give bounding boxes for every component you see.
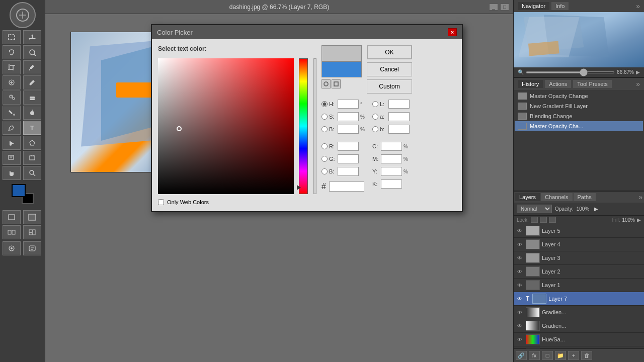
zoom-slider[interactable] xyxy=(526,71,615,73)
tool-eyedropper2[interactable] xyxy=(23,151,41,165)
tool-extras1[interactable] xyxy=(3,225,21,239)
tool-clone[interactable] xyxy=(3,90,21,105)
navigator-panel-expand[interactable]: » xyxy=(636,2,640,10)
cancel-button[interactable]: Cancel xyxy=(367,62,412,76)
layer-eye-4[interactable]: 👁 xyxy=(516,241,524,248)
layer-item-3[interactable]: 👁 Layer 3 xyxy=(514,251,644,265)
tool-heal[interactable] xyxy=(3,75,21,89)
s-radio[interactable] xyxy=(321,114,328,120)
preview-icon-square[interactable] xyxy=(332,79,341,88)
tool-eyedropper[interactable] xyxy=(23,60,41,74)
channels-tab[interactable]: Channels xyxy=(541,193,572,201)
layer-group-btn[interactable]: 📁 xyxy=(555,351,566,360)
layer-delete-btn[interactable]: 🗑 xyxy=(581,351,592,360)
history-tab[interactable]: History xyxy=(518,80,543,88)
dialog-close-button[interactable]: × xyxy=(448,28,457,36)
r-radio[interactable] xyxy=(321,143,328,149)
m-input[interactable]: 20 xyxy=(381,154,402,163)
layer-item-hue[interactable]: 👁 Hue/Sa... xyxy=(514,333,644,346)
paths-tab[interactable]: Paths xyxy=(574,193,596,201)
fg-color-swatch[interactable] xyxy=(12,184,26,197)
tool-dodge[interactable] xyxy=(23,106,41,120)
lock-pixels-btn[interactable] xyxy=(531,217,538,223)
fill-expand[interactable]: ▶ xyxy=(637,217,641,223)
layer-eye-1[interactable]: 👁 xyxy=(516,282,524,289)
b-radio[interactable] xyxy=(321,126,328,132)
a-input[interactable]: 0 xyxy=(388,112,410,121)
a-radio[interactable] xyxy=(372,114,378,120)
tool-action2[interactable] xyxy=(23,241,41,255)
history-item-3[interactable]: Master Opacity Cha... xyxy=(515,121,643,131)
s-input[interactable]: 0 xyxy=(338,112,359,121)
tool-brush[interactable] xyxy=(23,75,41,89)
tool-marquee[interactable] xyxy=(3,30,21,44)
layer-item-7[interactable]: 👁 T Layer 7 xyxy=(514,292,644,306)
layer-link-btn[interactable]: 🔗 xyxy=(516,351,527,360)
tool-hand[interactable] xyxy=(3,166,21,180)
r-input[interactable]: 192 xyxy=(338,142,359,151)
b-rgb-radio[interactable] xyxy=(321,168,328,174)
history-item-1[interactable]: New Gradient Fill Layer xyxy=(515,101,643,111)
layer-item-1[interactable]: 👁 Layer 1 xyxy=(514,279,644,292)
tool-move[interactable] xyxy=(23,30,41,44)
opacity-expand[interactable]: ▶ xyxy=(594,206,598,212)
l-input[interactable]: 78 xyxy=(388,100,410,109)
web-colors-checkbox[interactable] xyxy=(158,199,164,205)
tool-eraser[interactable] xyxy=(23,90,41,105)
layer-eye-7[interactable]: 👁 xyxy=(516,295,524,302)
custom-button[interactable]: Custom xyxy=(367,79,412,94)
layer-item-5[interactable]: 👁 Layer 5 xyxy=(514,224,644,238)
history-item-2[interactable]: Blending Change xyxy=(515,111,643,121)
tool-standard-screen[interactable] xyxy=(3,210,21,224)
b-lab-input[interactable]: 0 xyxy=(388,125,410,134)
layer-eye-2[interactable]: 👁 xyxy=(516,268,524,275)
tool-extras2[interactable] xyxy=(23,225,41,239)
zoom-expand[interactable]: ▶ xyxy=(636,69,640,75)
g-radio[interactable] xyxy=(321,156,328,162)
h-input[interactable]: 0 xyxy=(338,100,359,109)
b-input[interactable]: 75 xyxy=(338,125,359,134)
layer-eye-3[interactable]: 👁 xyxy=(516,254,524,261)
layer-eye-5[interactable]: 👁 xyxy=(516,227,524,234)
h-radio[interactable] xyxy=(321,101,328,107)
layer-item-2[interactable]: 👁 Layer 2 xyxy=(514,265,644,279)
tool-presets-tab[interactable]: Tool Presets xyxy=(573,80,612,88)
blend-mode-select[interactable]: Normal Multiply Screen xyxy=(517,205,552,213)
tool-path-select[interactable] xyxy=(3,136,21,150)
lock-position-btn[interactable] xyxy=(540,217,547,223)
tool-lasso[interactable] xyxy=(3,45,21,59)
ok-button[interactable]: OK xyxy=(367,45,412,59)
tool-fullscreen[interactable] xyxy=(23,210,41,224)
tool-action1[interactable] xyxy=(3,241,21,255)
y-input[interactable]: 20 xyxy=(381,167,402,176)
navigator-tab[interactable]: Navigator xyxy=(518,2,549,10)
layers-panel-expand[interactable]: » xyxy=(638,193,642,201)
history-panel-expand[interactable]: » xyxy=(636,80,640,88)
layer-new-btn[interactable]: + xyxy=(568,351,579,360)
restore-btn[interactable]: □ xyxy=(500,4,509,11)
layer-item-grad1[interactable]: 👁 Gradien... xyxy=(514,306,644,319)
tool-zoom[interactable] xyxy=(23,166,41,180)
hex-input[interactable]: C0C0C0 xyxy=(329,182,364,192)
layer-fx-btn[interactable]: fx xyxy=(529,351,540,360)
preview-icon-circle[interactable] xyxy=(321,79,331,88)
tool-annotations[interactable] xyxy=(3,151,21,165)
k-input[interactable]: 0 xyxy=(381,179,402,189)
tool-quick-select[interactable] xyxy=(23,45,41,59)
layer-eye-grad2[interactable]: 👁 xyxy=(516,322,524,329)
tool-type[interactable]: T xyxy=(23,121,41,135)
layer-mask-btn[interactable]: □ xyxy=(542,351,553,360)
hue-slider[interactable] xyxy=(299,58,308,194)
tool-custom-shape[interactable] xyxy=(23,136,41,150)
tool-pen[interactable] xyxy=(3,121,21,135)
g-input[interactable]: 192 xyxy=(338,154,359,163)
b-lab-radio[interactable] xyxy=(372,126,378,132)
tool-paint-bucket[interactable] xyxy=(3,106,21,120)
tool-crop[interactable] xyxy=(3,60,21,74)
info-tab[interactable]: Info xyxy=(551,2,569,10)
layer-item-4[interactable]: 👁 Layer 4 xyxy=(514,238,644,251)
c-input[interactable]: 25 xyxy=(381,142,402,151)
color-gradient-picker[interactable] xyxy=(158,58,294,194)
actions-tab[interactable]: Actions xyxy=(545,80,571,88)
l-radio[interactable] xyxy=(372,101,378,107)
